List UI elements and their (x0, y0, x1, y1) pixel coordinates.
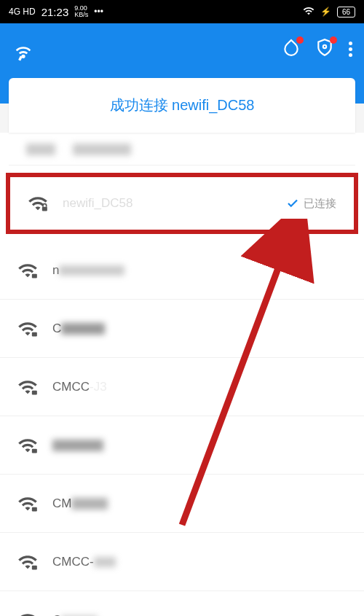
status-right: ⚡ 66 (303, 5, 355, 19)
more-indicator: ••• (94, 7, 103, 17)
wifi-item[interactable]: C (0, 300, 364, 358)
drop-button[interactable] (282, 38, 301, 60)
header-icons (282, 38, 352, 60)
status-time: 21:23 (41, 6, 69, 18)
notification-dot (330, 36, 337, 44)
notification-dot (296, 36, 304, 44)
status-bar: 4G HD 21:23 9.00 KB/s ••• ⚡ 66 (0, 0, 364, 23)
wifi-item[interactable] (9, 133, 355, 165)
wifi-name (52, 438, 347, 453)
wifi-lock-icon (17, 552, 38, 572)
wifi-item[interactable]: n (0, 241, 364, 300)
wifi-item[interactable] (0, 416, 364, 475)
wifi-name: CM (52, 496, 347, 511)
wifi-name: CMCC-J3 (52, 380, 347, 394)
wifi-item-connected[interactable]: newifi_DC58 已连接 (6, 173, 358, 234)
wifi-lock-icon (28, 193, 48, 214)
svg-rect-6 (32, 448, 37, 453)
check-icon (286, 197, 299, 210)
svg-rect-7 (32, 507, 37, 511)
status-left: 4G HD 21:23 9.00 KB/s ••• (9, 5, 103, 18)
wifi-item[interactable]: CM (0, 475, 364, 533)
app-logo[interactable] (12, 38, 35, 61)
svg-rect-8 (32, 565, 37, 569)
success-text: 成功连接 newifi_DC58 (110, 97, 255, 113)
wifi-signal-icon (303, 5, 314, 19)
wifi-name: C (52, 321, 347, 336)
network-speed: 9.00 KB/s (74, 5, 88, 18)
charging-icon: ⚡ (320, 7, 331, 17)
svg-rect-2 (42, 207, 47, 211)
battery-indicator: 66 (337, 7, 355, 17)
success-banner: 成功连接 newifi_DC58 (9, 78, 355, 133)
wifi-name: CMCC- (52, 555, 347, 569)
svg-rect-4 (32, 332, 37, 336)
wifi-name: C (52, 613, 347, 616)
svg-rect-5 (32, 390, 37, 394)
svg-point-0 (23, 55, 25, 58)
wifi-item[interactable]: C (0, 591, 364, 616)
wifi-lock-icon (17, 435, 38, 456)
wifi-item[interactable]: CMCC-J3 (0, 358, 364, 416)
more-menu-button[interactable] (349, 42, 352, 57)
wifi-status: 已连接 (286, 197, 336, 211)
wifi-lock-icon (17, 494, 38, 514)
wifi-name: newifi_DC58 (63, 196, 272, 211)
wifi-item[interactable]: CMCC- (0, 533, 364, 591)
wifi-lock-icon (17, 377, 38, 397)
wifi-lock-icon (17, 260, 38, 281)
signal-indicator: 4G HD (9, 7, 36, 17)
wifi-name (26, 141, 338, 156)
wifi-list: newifi_DC58 已连接 n C CMCC- (0, 133, 364, 616)
wifi-name: n (52, 263, 347, 278)
wifi-lock-icon (17, 319, 38, 339)
svg-point-1 (323, 45, 326, 48)
svg-rect-3 (32, 273, 37, 278)
wifi-lock-icon (17, 610, 38, 616)
shield-button[interactable] (315, 38, 334, 60)
